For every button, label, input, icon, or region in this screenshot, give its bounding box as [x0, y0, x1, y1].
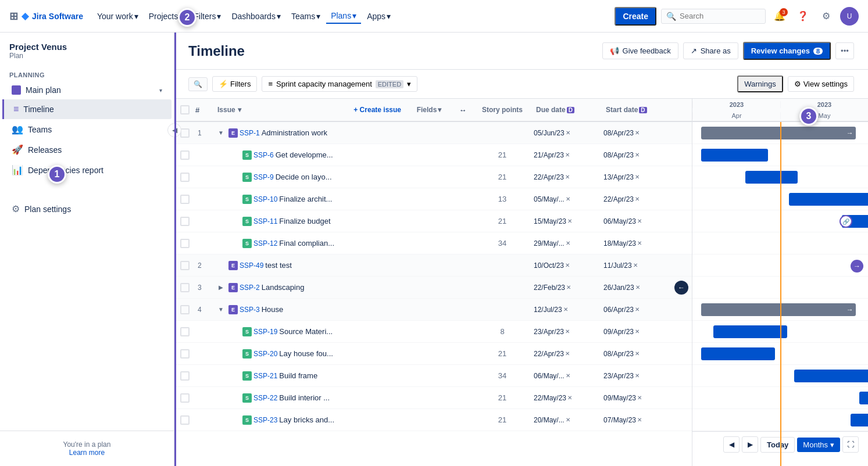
issue-title[interactable]: Lay house fou... [279, 349, 406, 358]
due-date-clear[interactable]: ✕ [566, 284, 571, 291]
row-checkbox[interactable] [174, 217, 195, 226]
issue-key[interactable]: SSP-21 [253, 372, 277, 380]
months-button[interactable]: Months ▾ [797, 438, 840, 452]
issue-title[interactable]: Finalize budget [279, 217, 406, 225]
issue-key[interactable]: SSP-9 [253, 173, 274, 181]
issue-key[interactable]: SSP-19 [253, 328, 277, 336]
expand-button[interactable]: ▼ [215, 304, 227, 316]
give-feedback-button[interactable]: 📢 Give feedback [602, 42, 678, 59]
issue-title[interactable]: Build interior ... [279, 393, 406, 402]
create-issue-button[interactable]: + Create issue [349, 106, 406, 114]
due-date-clear[interactable]: ✕ [566, 372, 570, 379]
view-settings-button[interactable]: ⚙ View settings [788, 76, 854, 92]
gantt-bar[interactable] [789, 193, 868, 206]
due-date-clear[interactable]: ✕ [566, 417, 570, 423]
row-checkbox[interactable] [174, 349, 195, 359]
due-date-clear[interactable]: ✕ [565, 262, 570, 268]
more-options-button[interactable]: ••• [835, 42, 854, 59]
gantt-bar[interactable] [701, 149, 768, 162]
nav-dashboards[interactable]: Dashboards ▾ [227, 9, 285, 23]
due-date-clear[interactable]: ✕ [565, 328, 570, 335]
start-date-clear[interactable]: ✕ [635, 372, 640, 379]
gantt-next-button[interactable]: ▶ [742, 436, 758, 453]
nav-apps[interactable]: Apps ▾ [362, 9, 395, 23]
sidebar-item-timeline[interactable]: ≡ Timeline [2, 99, 172, 119]
app-logo[interactable]: ⊞ ◆ Jira Software [9, 10, 83, 23]
sidebar-item-teams[interactable]: 👥 Teams [2, 119, 172, 139]
issue-key[interactable]: SSP-22 [253, 394, 277, 402]
issue-key[interactable]: SSP-3 [240, 306, 260, 314]
due-date-clear[interactable]: ✕ [567, 395, 572, 401]
expand-button[interactable]: ▶ [215, 282, 227, 293]
start-date-clear[interactable]: ✕ [637, 218, 642, 224]
row-checkbox[interactable] [174, 415, 195, 425]
gantt-bar[interactable] [859, 392, 868, 404]
toolbar-search[interactable]: 🔍 [188, 77, 208, 91]
start-date-clear[interactable]: ✕ [635, 284, 640, 291]
sidebar-item-releases[interactable]: 🚀 Releases [2, 139, 172, 160]
start-date-clear[interactable]: ✕ [635, 350, 640, 357]
nav-your-work[interactable]: Your work ▾ [92, 9, 143, 23]
today-button[interactable]: Today [760, 437, 795, 453]
row-checkbox[interactable] [174, 239, 195, 248]
issue-title[interactable]: Source Materi... [279, 327, 406, 336]
issue-key[interactable]: SSP-11 [253, 217, 277, 225]
nav-plans[interactable]: Plans ▾ [326, 9, 361, 24]
start-date-clear[interactable]: ✕ [635, 174, 640, 180]
gantt-bar[interactable] [851, 414, 868, 426]
issue-title[interactable]: Final complian... [279, 239, 406, 248]
issue-key[interactable]: SSP-10 [253, 195, 277, 203]
search-box[interactable]: 🔍 [661, 9, 766, 24]
issue-title[interactable]: test test [265, 261, 406, 270]
gantt-right-arrow-circle[interactable]: → [851, 260, 863, 273]
start-date-clear[interactable]: ✕ [635, 306, 640, 313]
header-checkbox[interactable] [180, 105, 190, 114]
start-date-clear[interactable]: ✕ [635, 328, 640, 335]
due-date-clear[interactable]: ✕ [566, 196, 570, 202]
row-checkbox[interactable] [174, 327, 195, 336]
due-date-clear[interactable]: ✕ [565, 152, 570, 158]
notifications-button[interactable]: 🔔 3 [770, 7, 789, 26]
gantt-bar[interactable] [794, 370, 868, 382]
gantt-bar[interactable] [713, 325, 787, 338]
start-date-clear[interactable]: ✕ [637, 395, 642, 401]
row-checkbox[interactable] [174, 195, 195, 204]
due-date-clear[interactable]: ✕ [566, 240, 570, 246]
issue-key[interactable]: SSP-49 [240, 261, 263, 270]
warnings-button[interactable]: Warnings [737, 76, 783, 92]
gantt-prev-button[interactable]: ◀ [723, 436, 740, 453]
sidebar-item-main-plan[interactable]: Main plan ▾ [2, 81, 172, 99]
gantt-bar[interactable]: → [701, 127, 856, 139]
issue-key[interactable]: SSP-12 [253, 239, 277, 248]
issue-key[interactable]: SSP-6 [253, 151, 274, 159]
share-as-button[interactable]: ↗ Share as [683, 42, 738, 59]
row-checkbox[interactable] [174, 305, 195, 314]
due-date-clear[interactable]: ✕ [567, 218, 572, 224]
issue-title[interactable]: Decide on layo... [276, 173, 406, 181]
create-button[interactable]: Create [615, 7, 656, 26]
row-checkbox[interactable] [174, 150, 195, 160]
user-avatar[interactable]: U [840, 7, 859, 26]
col-issue-header[interactable]: Issue ▾ [213, 106, 349, 114]
due-date-clear[interactable]: ✕ [566, 130, 570, 136]
gantt-bar[interactable]: → [701, 303, 856, 316]
learn-more-link[interactable]: Learn more [9, 449, 165, 457]
row-checkbox[interactable] [174, 261, 195, 270]
sprint-capacity-button[interactable]: ≡ Sprint capacity management EDITED ▾ [262, 76, 417, 92]
gantt-bar[interactable] [701, 347, 775, 360]
issue-title[interactable]: House [262, 305, 406, 314]
issue-title[interactable]: Landscaping [262, 283, 406, 292]
issue-key[interactable]: SSP-20 [253, 350, 277, 358]
due-date-clear[interactable]: ✕ [565, 174, 570, 180]
start-date-clear[interactable]: ✕ [637, 240, 642, 246]
row-checkbox[interactable] [174, 371, 195, 381]
start-date-clear[interactable]: ✕ [635, 196, 640, 202]
expand-button[interactable]: ▼ [215, 127, 227, 139]
gantt-bar[interactable]: 🔗 [842, 215, 868, 228]
start-date-clear[interactable]: ✕ [635, 152, 640, 158]
issue-key[interactable]: SSP-1 [240, 129, 260, 137]
due-date-clear[interactable]: ✕ [563, 306, 568, 313]
fullscreen-button[interactable]: ⛶ [842, 436, 859, 453]
issue-title[interactable]: Administration work [262, 128, 406, 137]
gantt-bar[interactable] [745, 171, 798, 184]
